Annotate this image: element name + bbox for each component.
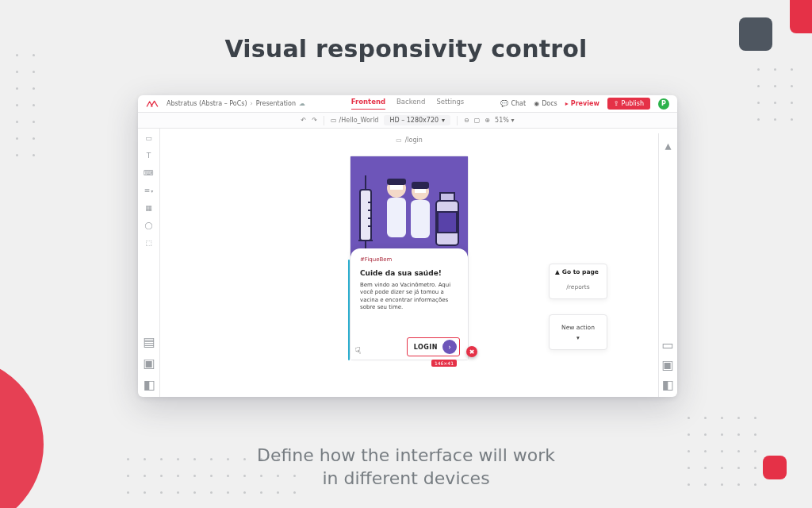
new-action-label: New action	[555, 324, 601, 331]
breadcrumb-separator: ›	[251, 100, 253, 107]
hero-subtitle-line1: Define how the interface will work	[257, 445, 555, 465]
chevron-down-icon: ▾	[442, 117, 445, 124]
toolbar-divider	[324, 116, 324, 125]
tab-backend[interactable]: Backend	[396, 98, 425, 110]
preview-label: Preview	[571, 100, 599, 107]
hero-illustration	[350, 156, 468, 258]
tool-component-icon[interactable]: ⬚	[144, 238, 154, 248]
page-frame-icon: ▭	[331, 117, 337, 124]
hashtag-text: #FiqueBem	[360, 256, 458, 263]
breadcrumb-page[interactable]: Presentation	[256, 100, 296, 107]
upload-icon: ⇪	[614, 100, 619, 107]
zoom-fit-icon[interactable]: ▢	[474, 117, 481, 124]
chat-link[interactable]: 💬Chat	[500, 100, 526, 107]
card-heading: Cuide da sua saúde!	[360, 269, 458, 277]
size-badge: 146×41	[431, 360, 457, 367]
tool-styles-icon[interactable]: ◧	[143, 377, 155, 392]
action-panel-new[interactable]: New action ▾	[549, 314, 607, 350]
top-actions: 💬Chat ◉Docs ▸Preview ⇪Publish P	[500, 98, 669, 110]
panel-c-icon[interactable]: ◧	[661, 377, 673, 392]
zoom-out-icon[interactable]: ⊖	[464, 117, 469, 124]
decor-dots-tl	[16, 54, 35, 156]
svg-rect-19	[438, 212, 457, 233]
svg-rect-10	[387, 198, 406, 237]
play-icon: ▸	[565, 100, 569, 107]
hero-title: Visual responsivity control	[0, 35, 812, 63]
chat-label: Chat	[511, 100, 526, 107]
svg-rect-16	[412, 182, 429, 189]
panel-b-icon[interactable]: ▣	[661, 357, 673, 372]
login-label: LOGIN	[414, 344, 438, 351]
svg-rect-14	[411, 200, 430, 238]
breadcrumb: Abstratus (Abstra – PoCs) › Presentation…	[167, 100, 305, 107]
docs-link[interactable]: ◉Docs	[534, 100, 557, 107]
resolution-select[interactable]: HD – 1280x720▾	[384, 115, 450, 125]
tool-assets-icon[interactable]: ▣	[143, 356, 155, 371]
brand-logo-icon	[146, 100, 159, 108]
undo-icon[interactable]: ↶	[301, 117, 307, 124]
canvas-toolbar: ↶ ↷ ▭ /Hello_World HD – 1280x720▾ ⊖ ▢ ⊕ …	[138, 113, 677, 129]
panel-a-icon[interactable]: ▭	[661, 337, 673, 352]
content-card: #FiqueBem Cuide da sua saúde! Bem vindo …	[350, 248, 468, 360]
tool-input-icon[interactable]: ⌨	[144, 168, 154, 178]
tab-frontend[interactable]: Frontend	[351, 98, 385, 110]
publish-button[interactable]: ⇪Publish	[607, 98, 650, 110]
right-rail-bottom: ▭ ▣ ◧	[658, 337, 677, 392]
decor-dots-tr	[757, 68, 793, 121]
arrow-right-icon: ›	[442, 340, 457, 354]
mobile-frame[interactable]: #FiqueBem Cuide da sua saúde! Bem vindo …	[350, 156, 469, 360]
card-body: Bem vindo ao Vacinômetro. Aqui você pode…	[360, 282, 458, 312]
tool-layers-icon[interactable]: ▤	[143, 334, 155, 349]
decor-square-red-top	[790, 0, 812, 33]
chevron-down-icon: ▾	[555, 334, 601, 341]
left-rail-bottom: ▤ ▣ ◧	[138, 334, 160, 392]
chevron-down-icon: ▾	[511, 117, 514, 124]
action-panel-title: Go to page	[562, 268, 599, 275]
tool-text-icon[interactable]: T	[144, 151, 154, 160]
app-window: Abstratus (Abstra – PoCs) › Presentation…	[138, 95, 677, 397]
zoom-value[interactable]: 51% ▾	[495, 117, 514, 124]
svg-rect-15	[415, 189, 426, 193]
tool-rectangle-icon[interactable]: ▭	[144, 133, 154, 143]
tool-image-icon[interactable]: ▦	[144, 203, 154, 213]
svg-rect-1	[360, 190, 371, 241]
zoom-in-icon[interactable]: ⊕	[485, 117, 490, 124]
user-avatar[interactable]: P	[658, 98, 669, 110]
design-canvas[interactable]: /login	[160, 129, 658, 397]
resolution-value: HD – 1280x720	[389, 117, 439, 124]
docs-label: Docs	[542, 100, 557, 107]
tool-collection-icon[interactable]: ≡▾	[144, 186, 154, 195]
delete-element-icon[interactable]: ✖	[466, 346, 477, 357]
route-path[interactable]: /Hello_World	[339, 117, 379, 124]
tab-settings[interactable]: Settings	[436, 98, 464, 110]
chat-icon: 💬	[500, 100, 508, 107]
svg-rect-18	[440, 193, 454, 201]
hero-subtitle: Define how the interface will work in di…	[0, 444, 812, 491]
publish-label: Publish	[621, 100, 644, 107]
action-panel-value: /reports	[555, 283, 601, 291]
zoom-value-label: 51%	[495, 117, 509, 124]
login-button[interactable]: LOGIN ›	[407, 337, 460, 356]
action-panel-goto[interactable]: ▲Go to page /reports	[549, 264, 607, 299]
cloud-sync-icon: ☁	[299, 100, 305, 107]
toolbar-divider	[457, 116, 458, 125]
breadcrumb-project[interactable]: Abstratus (Abstra – PoCs)	[167, 100, 247, 107]
triangle-up-icon: ▲	[555, 268, 560, 275]
preview-link[interactable]: ▸Preview	[565, 100, 599, 107]
redo-icon[interactable]: ↷	[312, 117, 317, 124]
topbar: Abstratus (Abstra – PoCs) › Presentation…	[138, 95, 677, 113]
svg-rect-12	[387, 179, 406, 185]
svg-rect-11	[390, 185, 403, 190]
book-icon: ◉	[534, 100, 539, 107]
expand-panel-icon[interactable]: ▴	[665, 138, 671, 153]
pointer-cursor-icon: ☟	[354, 345, 362, 357]
hero-subtitle-line2: in different devices	[322, 468, 489, 488]
alignment-guide	[348, 260, 350, 360]
tool-button-icon[interactable]: ◯	[144, 221, 154, 230]
canvas-page-label[interactable]: /login	[396, 137, 423, 144]
